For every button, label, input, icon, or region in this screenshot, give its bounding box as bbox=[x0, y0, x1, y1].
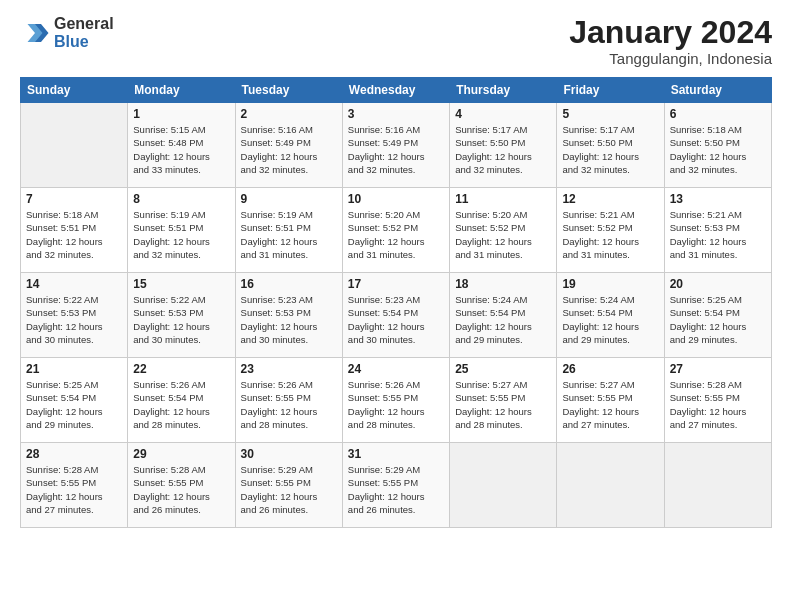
calendar-cell: 17Sunrise: 5:23 AMSunset: 5:54 PMDayligh… bbox=[342, 273, 449, 358]
calendar-cell: 18Sunrise: 5:24 AMSunset: 5:54 PMDayligh… bbox=[450, 273, 557, 358]
calendar-cell: 27Sunrise: 5:28 AMSunset: 5:55 PMDayligh… bbox=[664, 358, 771, 443]
day-info: Sunrise: 5:29 AMSunset: 5:55 PMDaylight:… bbox=[348, 463, 444, 516]
day-number: 2 bbox=[241, 107, 337, 121]
day-number: 21 bbox=[26, 362, 122, 376]
calendar-cell: 31Sunrise: 5:29 AMSunset: 5:55 PMDayligh… bbox=[342, 443, 449, 528]
day-number: 31 bbox=[348, 447, 444, 461]
day-info: Sunrise: 5:24 AMSunset: 5:54 PMDaylight:… bbox=[562, 293, 658, 346]
calendar-table: SundayMondayTuesdayWednesdayThursdayFrid… bbox=[20, 77, 772, 528]
day-number: 11 bbox=[455, 192, 551, 206]
calendar-cell: 16Sunrise: 5:23 AMSunset: 5:53 PMDayligh… bbox=[235, 273, 342, 358]
day-number: 5 bbox=[562, 107, 658, 121]
calendar-cell: 9Sunrise: 5:19 AMSunset: 5:51 PMDaylight… bbox=[235, 188, 342, 273]
day-number: 1 bbox=[133, 107, 229, 121]
calendar-cell: 23Sunrise: 5:26 AMSunset: 5:55 PMDayligh… bbox=[235, 358, 342, 443]
calendar-cell: 7Sunrise: 5:18 AMSunset: 5:51 PMDaylight… bbox=[21, 188, 128, 273]
main-title: January 2024 bbox=[569, 15, 772, 50]
calendar-cell: 22Sunrise: 5:26 AMSunset: 5:54 PMDayligh… bbox=[128, 358, 235, 443]
day-info: Sunrise: 5:27 AMSunset: 5:55 PMDaylight:… bbox=[562, 378, 658, 431]
day-info: Sunrise: 5:17 AMSunset: 5:50 PMDaylight:… bbox=[455, 123, 551, 176]
day-number: 19 bbox=[562, 277, 658, 291]
calendar-cell: 26Sunrise: 5:27 AMSunset: 5:55 PMDayligh… bbox=[557, 358, 664, 443]
day-info: Sunrise: 5:23 AMSunset: 5:54 PMDaylight:… bbox=[348, 293, 444, 346]
calendar-cell: 3Sunrise: 5:16 AMSunset: 5:49 PMDaylight… bbox=[342, 103, 449, 188]
day-info: Sunrise: 5:19 AMSunset: 5:51 PMDaylight:… bbox=[133, 208, 229, 261]
day-number: 14 bbox=[26, 277, 122, 291]
calendar-cell bbox=[557, 443, 664, 528]
calendar-cell: 12Sunrise: 5:21 AMSunset: 5:52 PMDayligh… bbox=[557, 188, 664, 273]
day-number: 3 bbox=[348, 107, 444, 121]
day-number: 8 bbox=[133, 192, 229, 206]
day-info: Sunrise: 5:28 AMSunset: 5:55 PMDaylight:… bbox=[670, 378, 766, 431]
day-info: Sunrise: 5:26 AMSunset: 5:54 PMDaylight:… bbox=[133, 378, 229, 431]
day-number: 18 bbox=[455, 277, 551, 291]
day-number: 23 bbox=[241, 362, 337, 376]
day-info: Sunrise: 5:16 AMSunset: 5:49 PMDaylight:… bbox=[348, 123, 444, 176]
day-info: Sunrise: 5:27 AMSunset: 5:55 PMDaylight:… bbox=[455, 378, 551, 431]
day-number: 26 bbox=[562, 362, 658, 376]
day-info: Sunrise: 5:15 AMSunset: 5:48 PMDaylight:… bbox=[133, 123, 229, 176]
day-info: Sunrise: 5:20 AMSunset: 5:52 PMDaylight:… bbox=[348, 208, 444, 261]
title-block: January 2024 Tanggulangin, Indonesia bbox=[569, 15, 772, 67]
subtitle: Tanggulangin, Indonesia bbox=[569, 50, 772, 67]
calendar-cell: 2Sunrise: 5:16 AMSunset: 5:49 PMDaylight… bbox=[235, 103, 342, 188]
logo-text: General Blue bbox=[54, 15, 114, 50]
calendar-cell: 1Sunrise: 5:15 AMSunset: 5:48 PMDaylight… bbox=[128, 103, 235, 188]
calendar-cell: 13Sunrise: 5:21 AMSunset: 5:53 PMDayligh… bbox=[664, 188, 771, 273]
day-number: 29 bbox=[133, 447, 229, 461]
logo-general-text: General bbox=[54, 15, 114, 33]
calendar-cell: 10Sunrise: 5:20 AMSunset: 5:52 PMDayligh… bbox=[342, 188, 449, 273]
calendar-week-5: 28Sunrise: 5:28 AMSunset: 5:55 PMDayligh… bbox=[21, 443, 772, 528]
calendar-cell: 28Sunrise: 5:28 AMSunset: 5:55 PMDayligh… bbox=[21, 443, 128, 528]
day-number: 12 bbox=[562, 192, 658, 206]
day-number: 20 bbox=[670, 277, 766, 291]
day-number: 4 bbox=[455, 107, 551, 121]
calendar-header-friday: Friday bbox=[557, 78, 664, 103]
day-number: 22 bbox=[133, 362, 229, 376]
calendar-cell: 19Sunrise: 5:24 AMSunset: 5:54 PMDayligh… bbox=[557, 273, 664, 358]
calendar-week-1: 1Sunrise: 5:15 AMSunset: 5:48 PMDaylight… bbox=[21, 103, 772, 188]
calendar-cell: 25Sunrise: 5:27 AMSunset: 5:55 PMDayligh… bbox=[450, 358, 557, 443]
day-number: 10 bbox=[348, 192, 444, 206]
day-info: Sunrise: 5:23 AMSunset: 5:53 PMDaylight:… bbox=[241, 293, 337, 346]
logo-icon bbox=[20, 18, 50, 48]
day-info: Sunrise: 5:17 AMSunset: 5:50 PMDaylight:… bbox=[562, 123, 658, 176]
calendar-cell: 4Sunrise: 5:17 AMSunset: 5:50 PMDaylight… bbox=[450, 103, 557, 188]
day-info: Sunrise: 5:18 AMSunset: 5:50 PMDaylight:… bbox=[670, 123, 766, 176]
calendar-cell: 30Sunrise: 5:29 AMSunset: 5:55 PMDayligh… bbox=[235, 443, 342, 528]
day-info: Sunrise: 5:26 AMSunset: 5:55 PMDaylight:… bbox=[348, 378, 444, 431]
day-number: 25 bbox=[455, 362, 551, 376]
day-info: Sunrise: 5:18 AMSunset: 5:51 PMDaylight:… bbox=[26, 208, 122, 261]
calendar-header-wednesday: Wednesday bbox=[342, 78, 449, 103]
logo: General Blue bbox=[20, 15, 114, 50]
day-info: Sunrise: 5:21 AMSunset: 5:53 PMDaylight:… bbox=[670, 208, 766, 261]
day-info: Sunrise: 5:25 AMSunset: 5:54 PMDaylight:… bbox=[670, 293, 766, 346]
logo-blue-text: Blue bbox=[54, 33, 114, 51]
day-number: 15 bbox=[133, 277, 229, 291]
calendar-cell bbox=[450, 443, 557, 528]
calendar-header-sunday: Sunday bbox=[21, 78, 128, 103]
day-number: 9 bbox=[241, 192, 337, 206]
calendar-header-row: SundayMondayTuesdayWednesdayThursdayFrid… bbox=[21, 78, 772, 103]
day-info: Sunrise: 5:21 AMSunset: 5:52 PMDaylight:… bbox=[562, 208, 658, 261]
calendar-cell: 21Sunrise: 5:25 AMSunset: 5:54 PMDayligh… bbox=[21, 358, 128, 443]
day-info: Sunrise: 5:20 AMSunset: 5:52 PMDaylight:… bbox=[455, 208, 551, 261]
calendar-cell bbox=[664, 443, 771, 528]
day-info: Sunrise: 5:22 AMSunset: 5:53 PMDaylight:… bbox=[26, 293, 122, 346]
calendar-cell: 14Sunrise: 5:22 AMSunset: 5:53 PMDayligh… bbox=[21, 273, 128, 358]
page: General Blue January 2024 Tanggulangin, … bbox=[0, 0, 792, 612]
calendar-cell: 6Sunrise: 5:18 AMSunset: 5:50 PMDaylight… bbox=[664, 103, 771, 188]
day-number: 27 bbox=[670, 362, 766, 376]
day-info: Sunrise: 5:26 AMSunset: 5:55 PMDaylight:… bbox=[241, 378, 337, 431]
calendar-cell: 11Sunrise: 5:20 AMSunset: 5:52 PMDayligh… bbox=[450, 188, 557, 273]
day-info: Sunrise: 5:24 AMSunset: 5:54 PMDaylight:… bbox=[455, 293, 551, 346]
day-info: Sunrise: 5:29 AMSunset: 5:55 PMDaylight:… bbox=[241, 463, 337, 516]
calendar-cell: 29Sunrise: 5:28 AMSunset: 5:55 PMDayligh… bbox=[128, 443, 235, 528]
day-number: 7 bbox=[26, 192, 122, 206]
calendar-cell: 15Sunrise: 5:22 AMSunset: 5:53 PMDayligh… bbox=[128, 273, 235, 358]
day-number: 17 bbox=[348, 277, 444, 291]
calendar-header-tuesday: Tuesday bbox=[235, 78, 342, 103]
day-number: 13 bbox=[670, 192, 766, 206]
calendar-cell: 20Sunrise: 5:25 AMSunset: 5:54 PMDayligh… bbox=[664, 273, 771, 358]
calendar-week-2: 7Sunrise: 5:18 AMSunset: 5:51 PMDaylight… bbox=[21, 188, 772, 273]
